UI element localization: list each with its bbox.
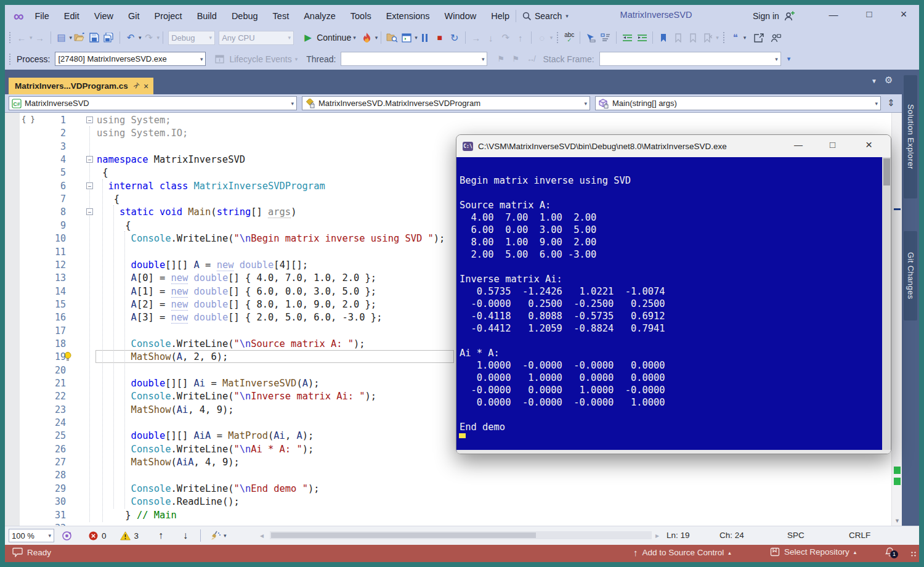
- navigate-forward-button[interactable]: →: [33, 30, 47, 45]
- hscroll-left-arrow-icon[interactable]: ◂: [260, 531, 264, 540]
- console-scrollbar[interactable]: [882, 157, 891, 451]
- unflag-threads-button[interactable]: ⚑: [508, 52, 523, 67]
- editor-vertical-scrollbar[interactable]: ▼: [891, 113, 902, 526]
- scrollbar-down-arrow-icon[interactable]: ▼: [894, 518, 900, 524]
- error-count-button[interactable]: 0: [87, 528, 108, 543]
- hot-reload-button[interactable]: [360, 30, 375, 45]
- open-file-button[interactable]: [72, 30, 87, 45]
- close-tab-icon[interactable]: ×: [144, 81, 148, 91]
- add-to-source-control-button[interactable]: ↑ Add to Source Control ▴: [633, 547, 731, 558]
- code-line-1[interactable]: 1−using System;: [5, 114, 891, 128]
- fold-collapse-icon[interactable]: −: [86, 208, 93, 215]
- sign-in-control[interactable]: Sign in: [753, 7, 796, 25]
- menu-project[interactable]: Project: [147, 11, 189, 21]
- continue-button[interactable]: Continue: [317, 33, 351, 43]
- code-cleanup-caret-icon[interactable]: ▾: [224, 532, 227, 539]
- console-minimize-button[interactable]: —: [794, 140, 803, 150]
- fold-collapse-icon[interactable]: −: [86, 182, 93, 189]
- warning-count-button[interactable]: 3: [119, 528, 140, 543]
- search-control[interactable]: Search ▾: [522, 7, 569, 25]
- hscroll-right-arrow-icon[interactable]: ▸: [655, 531, 659, 540]
- menu-debug[interactable]: Debug: [224, 11, 265, 21]
- code-cleanup-button[interactable]: [208, 528, 223, 543]
- live-share-button[interactable]: [751, 30, 766, 45]
- code-line-27[interactable]: 27 MatShow(AiA, 4, 9);: [5, 456, 891, 470]
- find-in-files-button[interactable]: [384, 30, 399, 45]
- line-indicator[interactable]: Ln: 19: [667, 531, 690, 540]
- redo-caret-icon[interactable]: ▾: [157, 35, 160, 41]
- menu-test[interactable]: Test: [265, 11, 297, 21]
- menu-help[interactable]: Help: [484, 11, 517, 21]
- show-next-statement-button[interactable]: →: [469, 30, 484, 45]
- solution-name[interactable]: MatrixInverseSVD: [591, 10, 721, 20]
- project-dropdown[interactable]: C# MatrixInverseSVD ▾: [9, 96, 297, 110]
- code-structure-button[interactable]: [598, 30, 613, 45]
- code-line-30[interactable]: 30 Console.ReadLine();: [5, 496, 891, 509]
- continue-caret-icon[interactable]: ▾: [353, 35, 356, 41]
- save-all-button[interactable]: [102, 30, 116, 45]
- console-bottom-edge[interactable]: [456, 450, 891, 454]
- flag-threads-button[interactable]: ⚑: [493, 52, 508, 67]
- code-line-29[interactable]: 29 Console.WriteLine("\nEnd demo ");: [5, 483, 891, 496]
- step-into-button[interactable]: ↓: [484, 30, 498, 45]
- member-dropdown[interactable]: Main(string[] args) ▾: [595, 96, 881, 110]
- step-out-button[interactable]: ↑: [513, 30, 528, 45]
- menu-analyze[interactable]: Analyze: [296, 11, 343, 21]
- clear-bookmarks-button[interactable]: [700, 30, 715, 45]
- type-dropdown[interactable]: MatrixInverseSVD.MatrixInverseSVDProgram…: [302, 96, 590, 110]
- split-editor-button[interactable]: ⇕: [887, 97, 895, 108]
- editor-horizontal-scrollbar[interactable]: [270, 531, 652, 539]
- feedback-status-button[interactable]: Ready: [12, 547, 51, 557]
- toggle-bookmark-button[interactable]: [656, 30, 671, 45]
- menu-tools[interactable]: Tools: [343, 11, 379, 21]
- line-ending-indicator[interactable]: CRLF: [849, 531, 870, 540]
- console-window[interactable]: C:\ C:\VSM\MatrixInverseSVD\bin\Debug\ne…: [456, 134, 891, 454]
- menu-extensions[interactable]: Extensions: [379, 11, 437, 21]
- next-issue-button[interactable]: ↓: [178, 528, 193, 543]
- undo-button[interactable]: ↶: [123, 30, 138, 45]
- menu-build[interactable]: Build: [190, 11, 224, 21]
- menu-window[interactable]: Window: [437, 11, 484, 21]
- document-list-caret-icon[interactable]: ▼: [871, 78, 877, 84]
- console-title-bar[interactable]: C:\ C:\VSM\MatrixInverseSVD\bin\Debug\ne…: [456, 135, 891, 157]
- spell-checker-button[interactable]: abc ✓: [562, 30, 577, 45]
- toggle-flagged-only-button[interactable]: ↮: [523, 52, 538, 67]
- column-indicator[interactable]: Ch: 24: [719, 531, 744, 540]
- decrease-indent-button[interactable]: [620, 30, 634, 45]
- spaces-indicator[interactable]: SPC: [787, 531, 804, 540]
- toolbar-drag-handle-3[interactable]: [723, 31, 726, 44]
- solution-platform-dropdown[interactable]: Any CPU▾: [219, 31, 294, 45]
- menu-view[interactable]: View: [87, 11, 121, 21]
- lifecycle-events-button[interactable]: Lifecycle Events: [229, 54, 291, 64]
- new-project-button[interactable]: ▤: [54, 30, 69, 45]
- toolbar-drag-handle-2[interactable]: [556, 31, 559, 44]
- comment-button[interactable]: ❝: [728, 30, 743, 45]
- menu-file[interactable]: File: [27, 11, 56, 21]
- process-dropdown[interactable]: [27480] MatrixInverseSVD.exe▾: [55, 52, 206, 66]
- breakpoints-caret-icon[interactable]: ▾: [550, 35, 553, 41]
- hot-reload-caret-icon[interactable]: ▾: [375, 35, 378, 41]
- step-over-button[interactable]: ↷: [498, 30, 513, 45]
- previous-issue-button[interactable]: ↑: [153, 528, 168, 543]
- toolbar-overflow-button[interactable]: ▾: [787, 55, 791, 63]
- zoom-dropdown[interactable]: 100 %▾: [9, 529, 54, 542]
- navigate-backward-button[interactable]: ←: [14, 30, 29, 45]
- breakpoints-window-button[interactable]: ◌: [535, 30, 549, 45]
- application-button[interactable]: [399, 30, 414, 45]
- editor-health-indicator[interactable]: [59, 528, 74, 543]
- stack-frame-dropdown[interactable]: ▾: [599, 52, 781, 66]
- debug-toolbar-drag-handle[interactable]: [9, 53, 12, 65]
- feedback-button[interactable]: [768, 30, 783, 45]
- notifications-button[interactable]: 1: [885, 547, 895, 558]
- previous-bookmark-button[interactable]: [671, 30, 686, 45]
- continue-play-icon[interactable]: ▶: [301, 30, 315, 45]
- console-scrollbar-thumb[interactable]: [883, 158, 890, 186]
- save-button[interactable]: [87, 30, 102, 45]
- solution-configuration-dropdown[interactable]: Debug▾: [168, 31, 215, 45]
- console-output[interactable]: Begin matrix inverse using SVDSource mat…: [456, 157, 891, 451]
- stop-debugging-button[interactable]: ■: [432, 30, 447, 45]
- redo-button[interactable]: ↷: [142, 30, 156, 45]
- comment-caret-icon[interactable]: ▾: [744, 35, 747, 41]
- hscroll-thumb[interactable]: [271, 532, 536, 538]
- pin-tab-icon[interactable]: ⊼: [131, 81, 140, 91]
